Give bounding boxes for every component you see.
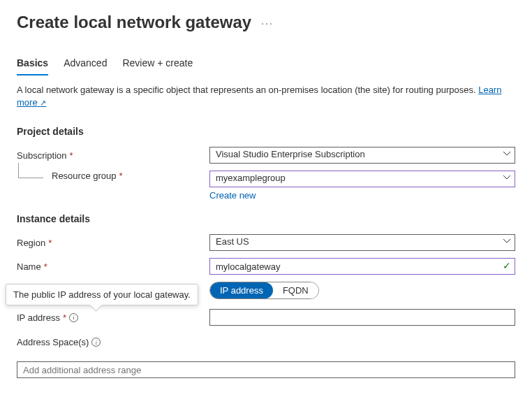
endpoint-option-fqdn[interactable]: FQDN <box>273 282 318 298</box>
address-space-label: Address Space(s) i <box>17 337 209 347</box>
resource-group-select[interactable]: myexamplegroup <box>209 171 515 187</box>
tabs: Basics Advanced Review + create <box>17 53 515 75</box>
description-text: A local network gateway is a specific ob… <box>17 84 515 109</box>
resource-group-label: Resource group * <box>17 171 209 181</box>
name-input[interactable] <box>209 258 515 275</box>
section-instance-details: Instance details <box>17 213 515 224</box>
info-icon[interactable]: i <box>69 313 78 322</box>
info-icon[interactable]: i <box>91 338 101 347</box>
tab-advanced[interactable]: Advanced <box>64 53 107 75</box>
ip-address-input[interactable] <box>209 309 515 326</box>
more-icon[interactable]: ··· <box>261 17 274 29</box>
section-project-details: Project details <box>17 126 515 137</box>
address-space-input[interactable] <box>17 361 515 378</box>
region-label: Region * <box>17 238 209 248</box>
endpoint-toggle: IP address FQDN <box>209 282 319 299</box>
endpoint-option-ip[interactable]: IP address <box>210 282 273 298</box>
region-select[interactable]: East US <box>209 234 515 251</box>
external-link-icon: ↗ <box>40 99 46 107</box>
ip-address-label: IP address * i <box>17 312 209 323</box>
endpoint-tooltip: The public IP address of your local gate… <box>6 284 198 305</box>
subscription-select[interactable]: Visual Studio Enterprise Subscription <box>209 147 515 164</box>
create-new-link[interactable]: Create new <box>209 190 256 201</box>
page-title: Create local network gateway <box>17 13 251 32</box>
tab-basics[interactable]: Basics <box>17 53 48 75</box>
name-label: Name * <box>17 261 209 272</box>
tab-review-create[interactable]: Review + create <box>122 53 193 75</box>
subscription-label: Subscription * <box>17 150 209 161</box>
